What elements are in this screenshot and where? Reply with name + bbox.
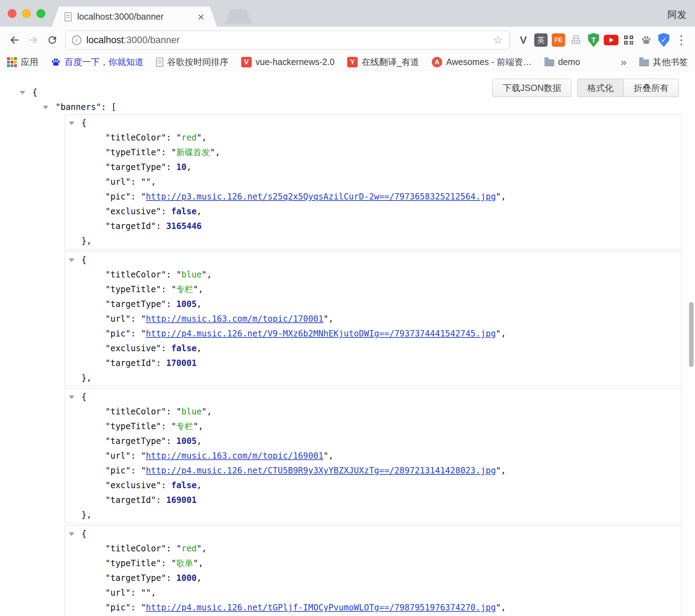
vue-icon: V bbox=[241, 57, 252, 67]
new-tab-button[interactable] bbox=[225, 9, 252, 24]
json-punct: : bbox=[156, 495, 166, 505]
json-key: "exclusive" bbox=[105, 207, 161, 216]
extension-youtube-icon[interactable] bbox=[602, 31, 620, 49]
json-punct: " bbox=[176, 270, 181, 280]
window-controls bbox=[8, 9, 45, 18]
collapse-all-button[interactable]: 折叠所有 bbox=[624, 79, 679, 97]
json-line: "typeTitle": "专栏", bbox=[65, 419, 681, 434]
bookmark-other-bookmarks[interactable]: 其他书签 bbox=[639, 56, 688, 68]
browser-menu-button[interactable]: ⋮ bbox=[673, 31, 690, 49]
json-key: "titleColor" bbox=[105, 270, 166, 280]
bookmark-label: 百度一下，你就知道 bbox=[65, 56, 144, 68]
bookmark-youdao-translate[interactable]: Y 在线翻译_有道 bbox=[347, 56, 419, 68]
bookmarks-overflow-chevron[interactable]: » bbox=[621, 56, 627, 68]
collapse-triangle-icon[interactable] bbox=[43, 106, 48, 109]
tab-close-icon[interactable]: × bbox=[198, 11, 204, 22]
json-punct: , bbox=[202, 544, 207, 553]
json-punct: " bbox=[171, 148, 176, 157]
json-punct: " bbox=[171, 558, 176, 568]
bookmark-google-sort[interactable]: 谷歌按时间排序 bbox=[156, 56, 229, 68]
collapse-triangle-icon[interactable] bbox=[69, 532, 74, 536]
json-line: "url": "http://music.163.com/m/topic/170… bbox=[65, 312, 681, 326]
json-punct: " bbox=[323, 451, 328, 461]
extensions-area: V 英 FE 品 T ✓ ⋮ bbox=[515, 31, 690, 49]
json-punct: : bbox=[166, 299, 176, 309]
bookmark-baidu[interactable]: 百度一下，你就知道 bbox=[51, 56, 144, 68]
json-punct: " bbox=[193, 558, 198, 568]
json-punct: , bbox=[186, 162, 191, 172]
json-key: "typeTitle" bbox=[105, 148, 161, 157]
json-key: "pic" bbox=[105, 192, 131, 202]
extension-qrcode-icon[interactable] bbox=[620, 31, 637, 49]
json-link[interactable]: http://p3.music.126.net/s25q2x5QyqsAzilC… bbox=[146, 192, 496, 202]
reload-icon bbox=[47, 34, 58, 46]
bookmark-star-icon[interactable]: ☆ bbox=[493, 34, 503, 46]
extension-sitemap-icon[interactable]: 品 bbox=[567, 31, 585, 49]
collapse-triangle-icon[interactable] bbox=[69, 395, 74, 399]
json-punct: " bbox=[193, 421, 198, 431]
extension-vimium-icon[interactable]: V bbox=[515, 31, 532, 49]
json-punct: : bbox=[166, 573, 176, 583]
json-key: "typeTitle" bbox=[105, 284, 161, 294]
json-line: "targetType": 1005, bbox=[65, 297, 681, 312]
json-punct: : bbox=[166, 133, 176, 143]
extension-security-shield-icon[interactable]: ✓ bbox=[655, 31, 673, 49]
paw-glyph bbox=[641, 35, 651, 45]
json-value-empty-string: "" bbox=[141, 588, 151, 598]
zoom-window-button[interactable] bbox=[37, 9, 45, 18]
json-punct: : bbox=[131, 466, 141, 476]
json-punct: : bbox=[166, 162, 176, 172]
download-json-button[interactable]: 下载JSON数据 bbox=[492, 79, 571, 97]
youdao-icon: Y bbox=[347, 57, 358, 67]
extension-antivirus-shield-icon[interactable]: T bbox=[585, 31, 602, 49]
json-punct: : bbox=[156, 221, 166, 231]
json-punct: " bbox=[176, 544, 181, 553]
json-punct: , bbox=[151, 177, 156, 187]
menu-dots-icon: ⋮ bbox=[675, 34, 688, 46]
json-line: { bbox=[65, 389, 681, 404]
collapse-triangle-icon[interactable] bbox=[69, 122, 74, 125]
scrollbar-thumb[interactable] bbox=[689, 302, 694, 367]
json-link[interactable]: http://p4.music.126.net/CTU5B9R9y3XyYBZX… bbox=[146, 466, 496, 476]
extension-paw-icon[interactable] bbox=[637, 31, 655, 49]
browser-tab[interactable]: localhost:3000/banner × bbox=[52, 7, 217, 27]
minimize-window-button[interactable] bbox=[22, 9, 31, 18]
json-punct: , bbox=[202, 133, 207, 143]
profile-name[interactable]: 阿发 bbox=[668, 8, 687, 21]
json-line: "targetType": 1000, bbox=[65, 571, 681, 585]
format-button[interactable]: 格式化 bbox=[577, 79, 624, 97]
json-link[interactable]: http://p4.music.126.net/V9-MXz6b2MNhEKju… bbox=[146, 329, 496, 339]
json-key: "banners" bbox=[55, 102, 101, 112]
tab-title: localhost:3000/banner bbox=[77, 12, 193, 22]
json-punct: " bbox=[496, 192, 501, 202]
bookmark-label: demo bbox=[558, 57, 580, 67]
json-punct: " bbox=[323, 314, 328, 324]
bookmarks-bar: 应用 百度一下，你就知道 谷歌按时间排序 V vue-hackernews-2.… bbox=[0, 53, 695, 71]
back-button[interactable] bbox=[5, 31, 24, 50]
fehelper-glyph: FE bbox=[552, 33, 565, 47]
bookmark-vue-hackernews[interactable]: V vue-hackernews-2.0 bbox=[241, 57, 335, 67]
reload-button[interactable] bbox=[43, 31, 62, 50]
bookmark-demo-folder[interactable]: demo bbox=[544, 57, 580, 67]
extension-translate-icon[interactable]: 英 bbox=[532, 31, 550, 49]
collapse-triangle-icon[interactable] bbox=[69, 258, 74, 262]
address-bar[interactable]: i localhost:3000/banner ☆ bbox=[65, 31, 510, 50]
extension-fehelper-icon[interactable]: FE bbox=[550, 31, 567, 49]
close-window-button[interactable] bbox=[8, 9, 16, 18]
json-link[interactable]: http://music.163.com/m/topic/170001 bbox=[146, 314, 324, 324]
json-link[interactable]: http://music.163.com/m/topic/169001 bbox=[146, 451, 324, 461]
bookmark-apps[interactable]: 应用 bbox=[7, 56, 38, 68]
json-line: }, bbox=[65, 507, 681, 522]
bookmark-awesomes[interactable]: A Awesomes - 前端资… bbox=[432, 56, 532, 68]
json-punct: " bbox=[171, 284, 176, 294]
forward-button[interactable] bbox=[24, 31, 43, 50]
json-link[interactable]: http://p4.music.126.net/tGPljf-IMOCyPvum… bbox=[146, 603, 496, 612]
collapse-triangle-icon[interactable] bbox=[20, 91, 25, 94]
json-punct: : bbox=[166, 436, 176, 446]
json-punct: : bbox=[131, 603, 141, 612]
page-content: 下载JSON数据 格式化 折叠所有 {"banners": [{"titleCo… bbox=[0, 71, 695, 616]
page-info-icon[interactable]: i bbox=[72, 35, 81, 45]
json-line: "titleColor": "red", bbox=[65, 541, 681, 556]
json-line: "url": "http://music.163.com/m/topic/169… bbox=[65, 448, 681, 463]
json-line: "exclusive": false, bbox=[65, 478, 681, 493]
